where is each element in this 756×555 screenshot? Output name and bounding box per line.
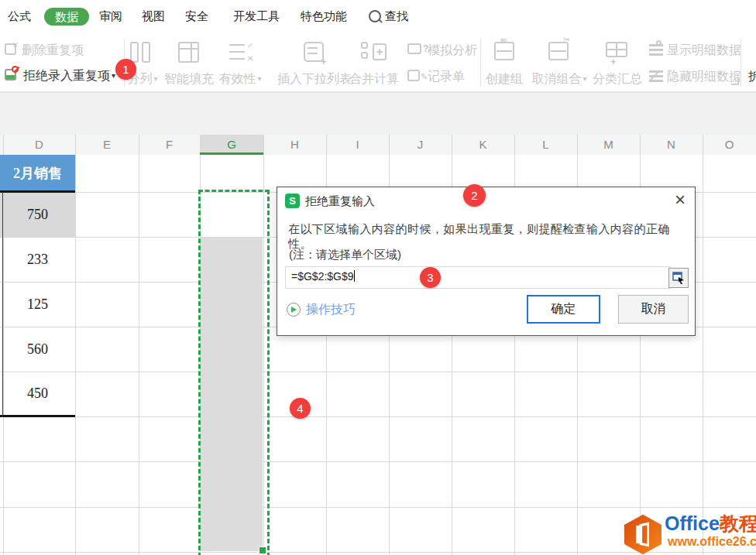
reject-duplicate-input-dialog: S 拒绝重复输入 × 在以下区域输入内容的时候，如果出现重复，则提醒检查输入内容… <box>277 187 696 336</box>
watermark-brand-cjk: 教程网 <box>720 512 756 534</box>
col-header-m[interactable]: M <box>577 138 640 151</box>
consolidate-icon <box>361 42 368 49</box>
step-badge-4: 4 <box>290 398 311 419</box>
clipped-ribbon-item: 拆 <box>748 69 756 85</box>
tips-link[interactable]: 操作技巧 <box>287 302 356 317</box>
what-if-analysis-icon <box>407 43 421 54</box>
search-icon <box>369 10 381 22</box>
col-header-j[interactable]: J <box>389 138 452 151</box>
col-header-o[interactable]: O <box>703 138 756 151</box>
range-picker-button[interactable] <box>668 268 689 288</box>
col-header-k[interactable]: K <box>452 138 514 151</box>
col-header-h[interactable]: H <box>263 138 326 151</box>
col-header-g-selected[interactable]: G <box>200 135 263 155</box>
cell-d3[interactable]: 233 <box>0 238 75 282</box>
col-header-d[interactable]: D <box>3 138 75 151</box>
range-input[interactable]: =$G$2:$G$9 <box>285 266 671 289</box>
office-tutorial-logo-icon <box>624 514 662 555</box>
validation-icon <box>229 44 245 46</box>
fill-handle[interactable] <box>259 546 266 554</box>
cancel-button[interactable]: 取消 <box>618 295 689 324</box>
step-badge-1: 1 <box>115 59 136 80</box>
selection-marquee-g2-g9[interactable] <box>198 190 270 555</box>
tab-data-active[interactable]: 数据 <box>44 8 89 26</box>
tab-view[interactable]: 视图 <box>142 9 165 24</box>
record-form-icon <box>407 70 420 81</box>
cell-d6[interactable]: 450 <box>0 372 75 415</box>
cell-d4[interactable]: 125 <box>0 283 75 327</box>
col-header-l[interactable]: L <box>514 138 577 151</box>
ok-button[interactable]: 确定 <box>527 295 600 324</box>
step-badge-2: 2 <box>463 184 486 207</box>
text-caret <box>354 270 355 282</box>
close-icon[interactable]: × <box>675 189 686 211</box>
watermark-brand-latin: Office <box>665 512 720 534</box>
wps-spreadsheet-window: 公式 数据 审阅 视图 安全 开发工具 特色功能 查找 ✕ 删除重复项 拒绝录入… <box>0 0 756 555</box>
wps-logo-icon: S <box>285 194 300 208</box>
ribbon: ✕ 删除重复项 拒绝录入重复项▾ 分列▾ 智能填充 ✓ ✕ <box>0 33 756 92</box>
cell-d5[interactable]: 560 <box>0 327 75 372</box>
col-header-e[interactable]: E <box>75 138 139 151</box>
col-header-n[interactable]: N <box>640 138 703 151</box>
cell-d1-month-header[interactable]: 2月销售 <box>0 155 75 192</box>
dialog-title: 拒绝重复输入 <box>305 194 375 209</box>
col-header-i[interactable]: I <box>326 138 389 151</box>
menu-bar: 公式 数据 审阅 视图 安全 开发工具 特色功能 查找 <box>0 0 756 33</box>
watermark-url: www.office26.com <box>665 536 756 548</box>
tab-review[interactable]: 审阅 <box>99 9 122 24</box>
group-dialog-launcher[interactable] <box>731 77 739 85</box>
dialog-note-text: (注：请选择单个区域) <box>289 248 401 262</box>
play-icon <box>287 303 301 317</box>
step-badge-3: 3 <box>420 267 441 288</box>
formula-bar-area <box>0 92 756 135</box>
split-columns-icon <box>130 42 139 63</box>
cell-d2[interactable]: 750 <box>0 193 75 237</box>
col-header-f[interactable]: F <box>139 138 200 151</box>
column-header-row: D E F G H I J K L M N O <box>0 135 756 156</box>
tab-security[interactable]: 安全 <box>185 9 208 24</box>
tab-formulas[interactable]: 公式 <box>8 9 31 24</box>
range-picker-icon <box>672 272 685 284</box>
tab-devtools[interactable]: 开发工具 <box>233 9 280 24</box>
smart-fill-icon <box>178 42 199 63</box>
watermark: Office教程网 www.office26.com <box>624 514 756 555</box>
delete-duplicates-button: ✕ 删除重复项 <box>5 42 121 59</box>
tab-features[interactable]: 特色功能 <box>301 9 347 24</box>
search-button[interactable]: 查找 <box>385 9 408 24</box>
